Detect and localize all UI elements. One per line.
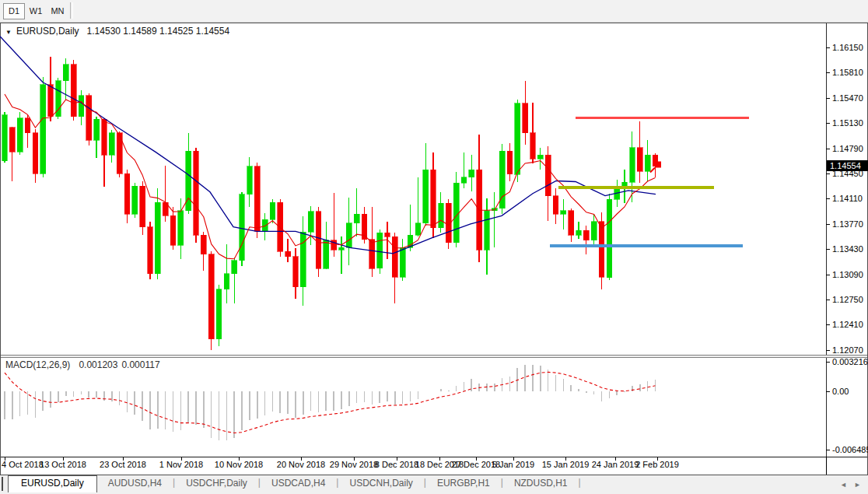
price-axis-label: 1.13090: [832, 270, 863, 279]
macd-axis-label: 0.00: [832, 387, 849, 396]
tab-usdcnh[interactable]: USDCNH,Daily: [338, 475, 423, 491]
timeframe-button-mn[interactable]: MN: [47, 3, 68, 19]
price-axis-divider: [826, 23, 827, 475]
tab-usdcad[interactable]: USDCAD,H4: [261, 475, 336, 491]
time-axis-line: [1, 457, 867, 457]
date-axis-label: 15 Jan 2019: [542, 460, 590, 469]
timeframe-button-w1[interactable]: W1: [25, 3, 47, 19]
date-axis-label: 2 Feb 2019: [635, 460, 679, 469]
chevron-down-icon[interactable]: ▼: [5, 29, 12, 36]
chart-symbol-label: EURUSD,Daily: [16, 26, 79, 37]
timeframe-button-d1[interactable]: D1: [3, 3, 25, 19]
tab-audusd[interactable]: AUDUSD,H4: [97, 475, 173, 491]
date-axis-label: 24 Jan 2019: [592, 460, 639, 469]
date-axis-label: 23 Oct 2018: [100, 460, 146, 469]
date-axis-label: 5 Jan 2019: [492, 460, 534, 469]
price-axis-label: 1.13430: [832, 244, 863, 254]
price-axis-label: 1.15810: [832, 68, 863, 77]
chart-tab-bar: EURUSD,DailyAUDUSD,H4|USDCHF,Daily|USDCA…: [0, 475, 868, 494]
chart-title-bar: ▼EURUSD,Daily1.14530 1.14589 1.14525 1.1…: [5, 26, 229, 37]
chart-tabs: EURUSD,DailyAUDUSD,H4|USDCHF,Daily|USDCA…: [8, 475, 581, 494]
date-axis-label: 13 Oct 2018: [40, 460, 86, 469]
toolbar-separator: [70, 2, 73, 19]
chart-ohlc-values: 1.14530 1.14589 1.14525 1.14554: [87, 26, 230, 37]
macd-indicator-label: MACD(12,26,9)0.0012030.000117: [5, 359, 164, 370]
macd-axis-label: -0.006485: [832, 445, 868, 454]
tab-eurusd[interactable]: EURUSD,Daily: [8, 475, 97, 492]
price-axis-label: 1.15470: [832, 93, 863, 103]
timeframe-toolbar: D1W1MN: [0, 0, 868, 23]
price-axis-label: 1.15130: [832, 118, 863, 128]
date-axis-label: 1 Nov 2018: [159, 460, 203, 469]
chart-window[interactable]: [0, 23, 868, 475]
date-axis-label: 20 Nov 2018: [277, 460, 325, 469]
macd-axis-label: 0.003216: [832, 357, 868, 366]
price-axis-label: 1.12070: [832, 345, 863, 355]
mt4-window: D1W1MN ▼EURUSD,Daily1.14530 1.14589 1.14…: [0, 0, 868, 494]
price-axis-label: 1.13770: [832, 219, 863, 229]
current-price-badge: 1.14554: [827, 160, 868, 171]
date-axis-label: 4 Oct 2018: [2, 460, 44, 469]
tab-usdchf[interactable]: USDCHF,Daily: [175, 475, 258, 491]
macd-signal-value: 0.000117: [121, 359, 159, 370]
tab-eurgbp[interactable]: EURGBP,H1: [426, 475, 501, 491]
price-axis-label: 1.14790: [832, 144, 863, 153]
date-axis-label: 10 Nov 2018: [215, 460, 263, 469]
tab-scroll-left-icon[interactable]: ◄: [840, 481, 847, 489]
timeframe-buttons: D1W1MN: [0, 3, 68, 16]
date-axis-label: 29 Nov 2018: [330, 460, 378, 469]
tab-bar-grip[interactable]: [2, 477, 3, 491]
macd-name: MACD(12,26,9): [5, 359, 70, 370]
price-axis-label: 1.16150: [832, 43, 863, 52]
macd-main-value: 0.001203: [79, 359, 117, 370]
tab-scroll-right-icon[interactable]: ►: [854, 481, 861, 489]
tab-nzdusd[interactable]: NZDUSD,H1: [503, 475, 579, 491]
tab-separator: |: [579, 475, 581, 488]
date-axis-label: 8 Dec 2018: [375, 460, 418, 469]
price-axis-label: 1.12410: [832, 320, 863, 329]
price-axis-label: 1.14110: [832, 194, 863, 203]
indicator-panel-divider[interactable]: [1, 355, 867, 358]
price-axis-label: 1.12750: [832, 295, 863, 304]
